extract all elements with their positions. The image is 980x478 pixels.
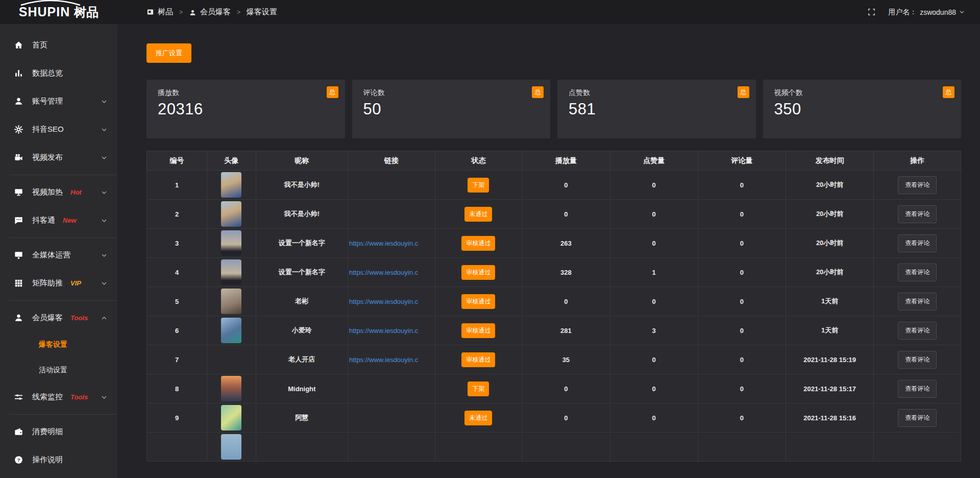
sidebar-item[interactable]: 数据总览 [0,59,117,87]
link-cell: https://www.iesdouyin.c [348,229,435,258]
sidebar-item[interactable]: ?操作说明 [0,446,117,474]
view-comments-button[interactable]: 查看评论 [898,409,937,427]
view-comments-button[interactable]: 查看评论 [898,293,937,310]
link-cell [348,171,435,200]
view-comments-button[interactable]: 查看评论 [898,205,937,223]
chevron-up-icon [101,315,107,321]
status-badge[interactable]: 下架 [468,381,489,396]
fullscreen-icon[interactable] [867,8,876,16]
home-icon [14,40,23,50]
sidebar-subitem[interactable]: 爆客设置 [0,332,117,357]
chevron-down-icon [101,218,107,224]
sidebar-item[interactable]: 首页 [0,31,117,59]
sidebar-item[interactable]: 抖客通New [0,206,117,234]
column-header: 评论量 [698,151,786,171]
column-header: 操作 [874,151,961,171]
stat-label: 点赞数 [569,88,745,98]
nickname-cell: 小爱玲 [256,316,348,345]
view-comments-button[interactable]: 查看评论 [898,234,937,252]
row-number-cell: 4 [147,258,207,287]
table-row: 5老彬https://www.iesdouyin.c审核通过0001天前查看评论 [147,287,961,316]
view-comments-button[interactable]: 查看评论 [898,322,937,340]
view-comments-button[interactable]: 查看评论 [898,380,937,398]
sidebar-item[interactable]: 全媒体运营 [0,241,117,269]
plays-cell [522,433,610,462]
breadcrumb-label: 爆客设置 [247,7,277,17]
row-number-cell: 5 [147,287,207,316]
profile-link[interactable]: https://www.iesdouyin.c [349,356,434,364]
action-cell: 查看评论 [874,316,961,345]
breadcrumb-item[interactable]: 爆客设置 [247,7,277,17]
action-cell: 查看评论 [874,345,961,374]
breadcrumb-item[interactable]: 树品 [146,7,173,17]
likes-cell: 3 [610,316,698,345]
sidebar-item[interactable]: 抖音SEO [0,115,117,144]
status-badge[interactable]: 审核通过 [461,294,495,309]
row-number-cell: 6 [147,316,207,345]
nickname-cell: 我不是小帅! [256,200,348,229]
sidebar-item[interactable]: 账号管理 [0,87,117,115]
avatar [221,318,241,343]
app-logo[interactable]: SHUPIN 树品 [0,4,117,20]
table-header-row: 编号头像昵称链接状态播放量点赞量评论量发布时间操作 [147,151,961,171]
status-badge[interactable]: 审核通过 [461,236,495,251]
plays-cell: 35 [522,345,610,374]
plays-cell: 328 [522,258,610,287]
user-icon [14,97,23,106]
plays-cell: 263 [522,229,610,258]
chevron-down-icon [101,99,107,105]
avatar-cell [207,403,256,433]
publish-time-cell: 20小时前 [786,171,874,200]
status-badge[interactable]: 未通过 [464,207,492,222]
total-badge: 总 [327,86,338,98]
status-badge[interactable]: 下架 [468,178,489,193]
user-menu[interactable]: 用户名：zswodun88 [888,8,965,17]
sidebar-item-label: 操作说明 [32,455,63,465]
view-comments-button[interactable]: 查看评论 [898,176,937,194]
sliders-icon [14,392,23,402]
sidebar-item[interactable]: 视频加热Hot [0,178,117,206]
column-header: 昵称 [256,151,348,171]
comments-cell: 0 [698,229,786,258]
sidebar-item[interactable]: 线索监控Tools [0,383,117,411]
breadcrumb-item[interactable]: 会员爆客 [189,7,231,17]
promo-settings-button[interactable]: 推广设置 [146,43,191,63]
sidebar-item-label: 账号管理 [32,97,63,106]
sidebar-subitem[interactable]: 活动设置 [0,357,117,383]
status-badge[interactable]: 未通过 [464,411,492,425]
sidebar-item[interactable]: 矩阵助推VIP [0,269,117,297]
profile-link[interactable]: https://www.iesdouyin.c [349,240,434,247]
avatar-cell [207,345,256,374]
link-cell: https://www.iesdouyin.c [348,316,435,345]
profile-link[interactable]: https://www.iesdouyin.c [349,327,434,334]
plays-cell: 0 [522,374,610,403]
status-badge[interactable]: 审核通过 [461,265,495,280]
view-comments-button[interactable]: 查看评论 [898,264,937,281]
link-cell: https://www.iesdouyin.c [348,287,435,316]
profile-link[interactable]: https://www.iesdouyin.c [349,269,434,276]
action-cell: 查看评论 [874,403,961,433]
view-comments-button[interactable]: 查看评论 [898,351,937,369]
profile-link[interactable]: https://www.iesdouyin.c [349,298,434,305]
comments-cell: 0 [698,171,786,200]
stat-value: 581 [569,100,745,118]
status-badge[interactable]: 审核通过 [461,352,495,367]
monitor-icon [14,187,23,197]
breadcrumb-label: 会员爆客 [200,7,231,17]
sidebar-item[interactable]: 会员爆客Tools [0,304,117,332]
likes-cell: 0 [610,403,698,433]
stat-label: 评论数 [363,88,540,98]
avatar-cell [207,171,256,200]
chevron-down-icon [101,155,107,161]
sidebar-item[interactable]: 消费明细 [0,418,117,446]
sidebar: 首页数据总览账号管理抖音SEO视频发布视频加热Hot抖客通New全媒体运营矩阵助… [0,24,117,478]
column-header: 发布时间 [786,151,874,171]
accounts-table: 编号头像昵称链接状态播放量点赞量评论量发布时间操作 1我不是小帅!下架00020… [146,151,961,462]
column-header: 头像 [207,151,256,171]
avatar-cell [207,287,256,316]
breadcrumb-separator: > [179,9,183,16]
table-row: 8Midnight下架0002021-11-28 15:17查看评论 [147,374,961,403]
sidebar-item[interactable]: 视频发布 [0,144,117,172]
nickname-cell: 设置一个新名字 [256,229,348,258]
status-badge[interactable]: 审核通过 [461,323,495,338]
